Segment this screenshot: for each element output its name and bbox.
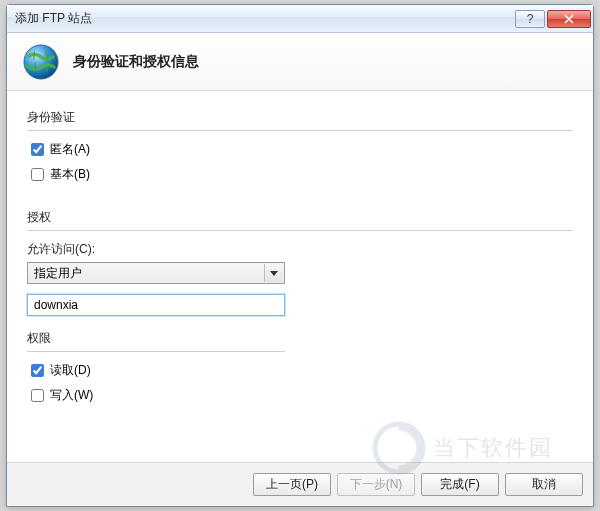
wizard-footer: 上一页(P) 下一步(N) 完成(F) 取消 — [7, 462, 593, 506]
user-input-wrapper[interactable] — [27, 294, 285, 316]
previous-button-label: 上一页(P) — [266, 476, 318, 493]
help-icon: ? — [527, 12, 534, 26]
divider — [27, 351, 285, 352]
form-body: 身份验证 匿名(A) 基本(B) 授权 允许访问(C): 指定用户 权限 — [7, 91, 593, 462]
basic-checkbox[interactable] — [31, 168, 44, 181]
allow-access-dropdown[interactable]: 指定用户 — [27, 262, 285, 284]
write-label: 写入(W) — [50, 387, 93, 404]
svg-point-0 — [24, 45, 58, 79]
write-checkbox[interactable] — [31, 389, 44, 402]
anonymous-label: 匿名(A) — [50, 141, 90, 158]
window-title: 添加 FTP 站点 — [15, 10, 515, 27]
divider — [27, 230, 573, 231]
anonymous-checkbox[interactable] — [31, 143, 44, 156]
divider — [27, 130, 573, 131]
permissions-section-label: 权限 — [27, 330, 285, 347]
finish-button-label: 完成(F) — [440, 476, 479, 493]
read-checkbox[interactable] — [31, 364, 44, 377]
window-buttons: ? — [515, 10, 591, 28]
read-row[interactable]: 读取(D) — [31, 362, 285, 379]
dropdown-selected-text: 指定用户 — [34, 265, 264, 282]
cancel-button[interactable]: 取消 — [505, 473, 583, 496]
basic-row[interactable]: 基本(B) — [31, 166, 573, 183]
chevron-down-icon — [270, 271, 278, 276]
ftp-site-dialog: 添加 FTP 站点 ? — [6, 4, 594, 507]
wizard-heading: 身份验证和授权信息 — [73, 53, 199, 71]
help-button[interactable]: ? — [515, 10, 545, 28]
cancel-button-label: 取消 — [532, 476, 556, 493]
next-button: 下一步(N) — [337, 473, 415, 496]
dropdown-button[interactable] — [264, 264, 282, 282]
close-button[interactable] — [547, 10, 591, 28]
read-label: 读取(D) — [50, 362, 91, 379]
previous-button[interactable]: 上一页(P) — [253, 473, 331, 496]
auth-section-label: 身份验证 — [27, 109, 573, 126]
globe-icon — [21, 42, 61, 82]
authorization-section-label: 授权 — [27, 209, 573, 226]
write-row[interactable]: 写入(W) — [31, 387, 285, 404]
close-icon — [564, 14, 574, 24]
user-input[interactable] — [34, 298, 278, 312]
wizard-header: 身份验证和授权信息 — [7, 33, 593, 91]
allow-access-label: 允许访问(C): — [27, 241, 573, 258]
permissions-section: 权限 读取(D) 写入(W) — [27, 330, 285, 404]
next-button-label: 下一步(N) — [350, 476, 403, 493]
anonymous-row[interactable]: 匿名(A) — [31, 141, 573, 158]
finish-button[interactable]: 完成(F) — [421, 473, 499, 496]
titlebar: 添加 FTP 站点 ? — [7, 5, 593, 33]
basic-label: 基本(B) — [50, 166, 90, 183]
